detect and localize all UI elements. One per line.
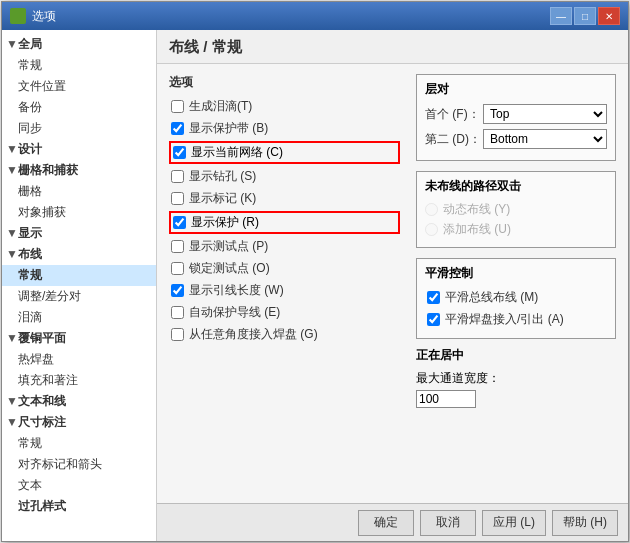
first-layer-label: 首个 (F)： xyxy=(425,106,483,123)
right-panel: 层对 首个 (F)： Top Bottom 第二 (D)： Top xyxy=(416,74,616,493)
sidebar-item-copperplane[interactable]: ▼覆铜平面 xyxy=(2,328,156,349)
inposition-section: 正在居中 最大通道宽度： xyxy=(416,347,616,408)
label-opt7: 显示测试点 (P) xyxy=(189,238,268,255)
apply-button[interactable]: 应用 (L) xyxy=(482,510,546,536)
expand-icon-design: ▼ xyxy=(6,142,16,156)
label-addwire: 添加布线 (U) xyxy=(443,221,511,238)
option-row-1: 生成泪滴(T) xyxy=(169,97,400,116)
inposition-max-input[interactable] xyxy=(416,390,476,408)
label-smooth1: 平滑总线布线 (M) xyxy=(445,289,538,306)
smooth-section: 平滑控制 平滑总线布线 (M) 平滑焊盘接入/引出 (A) xyxy=(416,258,616,339)
sidebar-item-normal[interactable]: 常规 xyxy=(2,55,156,76)
checkbox-smooth1[interactable] xyxy=(427,291,440,304)
unrouted-radio-row-1: 动态布线 (Y) xyxy=(425,201,607,218)
window-content: ▼全局 常规 文件位置 备份 同步 ▼设计 ▼栅格和捕获 栅格 xyxy=(2,30,628,541)
sidebar-item-wiring-teardrops[interactable]: 泪滴 xyxy=(2,307,156,328)
bottom-bar: 确定 取消 应用 (L) 帮助 (H) xyxy=(157,503,628,541)
option-row-4: 显示钻孔 (S) xyxy=(169,167,400,186)
checkbox-opt8[interactable] xyxy=(171,262,184,275)
checkbox-opt1[interactable] xyxy=(171,100,184,113)
label-dynamic: 动态布线 (Y) xyxy=(443,201,510,218)
radio-addwire[interactable] xyxy=(425,223,438,236)
sidebar-item-gridcapture[interactable]: ▼栅格和捕获 xyxy=(2,160,156,181)
sidebar-item-backup[interactable]: 备份 xyxy=(2,97,156,118)
smooth-row-1: 平滑总线布线 (M) xyxy=(425,288,607,307)
close-button[interactable]: ✕ xyxy=(598,7,620,25)
sidebar-item-textline[interactable]: ▼文本和线 xyxy=(2,391,156,412)
second-layer-select[interactable]: Top Bottom xyxy=(483,129,607,149)
label-opt9: 显示引线长度 (W) xyxy=(189,282,284,299)
second-layer-label: 第二 (D)： xyxy=(425,131,483,148)
left-panel: 选项 生成泪滴(T) 显示保护带 (B) 显示当前网络 (C) xyxy=(169,74,400,493)
sidebar-item-wiring[interactable]: ▼布线 xyxy=(2,244,156,265)
sidebar-item-objectcapture[interactable]: 对象捕获 xyxy=(2,202,156,223)
sidebar-item-grid[interactable]: 栅格 xyxy=(2,181,156,202)
inposition-title: 正在居中 xyxy=(416,347,616,364)
checkbox-opt10[interactable] xyxy=(171,306,184,319)
main-area: 布线 / 常规 选项 生成泪滴(T) 显示保护带 (B) xyxy=(157,30,628,541)
first-layer-select[interactable]: Top Bottom xyxy=(483,104,607,124)
app-icon xyxy=(10,8,26,24)
inposition-max-row: 最大通道宽度： xyxy=(416,370,616,408)
label-opt2: 显示保护带 (B) xyxy=(189,120,268,137)
option-row-5: 显示标记 (K) xyxy=(169,189,400,208)
expand-icon-dimmark: ▼ xyxy=(6,415,16,429)
checkbox-smooth2[interactable] xyxy=(427,313,440,326)
checkbox-opt6[interactable] xyxy=(173,216,186,229)
sidebar-item-global[interactable]: ▼全局 xyxy=(2,34,156,55)
unrouted-title: 未布线的路径双击 xyxy=(425,178,607,195)
layer-pair-title: 层对 xyxy=(425,81,607,98)
label-opt11: 从任意角度接入焊盘 (G) xyxy=(189,326,318,343)
unrouted-radio-row-2: 添加布线 (U) xyxy=(425,221,607,238)
sidebar-item-dim-align[interactable]: 对齐标记和箭头 xyxy=(2,454,156,475)
sidebar-item-dim-normal[interactable]: 常规 xyxy=(2,433,156,454)
option-row-11: 从任意角度接入焊盘 (G) xyxy=(169,325,400,344)
option-row-8: 锁定测试点 (O) xyxy=(169,259,400,278)
checkbox-opt2[interactable] xyxy=(171,122,184,135)
sidebar-item-sync[interactable]: 同步 xyxy=(2,118,156,139)
sidebar-item-wiring-normal[interactable]: 常规 xyxy=(2,265,156,286)
checkbox-opt7[interactable] xyxy=(171,240,184,253)
label-opt1: 生成泪滴(T) xyxy=(189,98,252,115)
option-row-10: 自动保护导线 (E) xyxy=(169,303,400,322)
expand-icon-gridcapture: ▼ xyxy=(6,163,16,177)
checkbox-opt4[interactable] xyxy=(171,170,184,183)
window-controls: — □ ✕ xyxy=(550,7,620,25)
restore-button[interactable]: □ xyxy=(574,7,596,25)
sidebar-item-design[interactable]: ▼设计 xyxy=(2,139,156,160)
sidebar-item-holestyle[interactable]: 过孔样式 xyxy=(2,496,156,517)
window-title: 选项 xyxy=(32,8,550,25)
expand-icon-display: ▼ xyxy=(6,226,16,240)
label-opt8: 锁定测试点 (O) xyxy=(189,260,270,277)
inposition-max-label: 最大通道宽度： xyxy=(416,371,500,385)
unrouted-section: 未布线的路径双击 动态布线 (Y) 添加布线 (U) xyxy=(416,171,616,248)
main-header-title: 布线 / 常规 xyxy=(169,38,242,55)
label-smooth2: 平滑焊盘接入/引出 (A) xyxy=(445,311,564,328)
options-section-title: 选项 xyxy=(169,74,400,91)
minimize-button[interactable]: — xyxy=(550,7,572,25)
sidebar: ▼全局 常规 文件位置 备份 同步 ▼设计 ▼栅格和捕获 栅格 xyxy=(2,30,157,541)
checkbox-opt9[interactable] xyxy=(171,284,184,297)
first-layer-row: 首个 (F)： Top Bottom xyxy=(425,104,607,124)
checkbox-opt11[interactable] xyxy=(171,328,184,341)
checkbox-opt5[interactable] xyxy=(171,192,184,205)
option-row-2: 显示保护带 (B) xyxy=(169,119,400,138)
sidebar-item-hotpad[interactable]: 热焊盘 xyxy=(2,349,156,370)
sidebar-item-display[interactable]: ▼显示 xyxy=(2,223,156,244)
main-content: 选项 生成泪滴(T) 显示保护带 (B) 显示当前网络 (C) xyxy=(157,64,628,503)
sidebar-item-dim-text[interactable]: 文本 xyxy=(2,475,156,496)
label-opt3: 显示当前网络 (C) xyxy=(191,144,283,161)
option-row-9: 显示引线长度 (W) xyxy=(169,281,400,300)
title-bar: 选项 — □ ✕ xyxy=(2,2,628,30)
sidebar-item-fillannotation[interactable]: 填充和著注 xyxy=(2,370,156,391)
sidebar-item-filelocation[interactable]: 文件位置 xyxy=(2,76,156,97)
sidebar-item-dimmark[interactable]: ▼尺寸标注 xyxy=(2,412,156,433)
cancel-button[interactable]: 取消 xyxy=(420,510,476,536)
sidebar-item-wiring-adjust[interactable]: 调整/差分对 xyxy=(2,286,156,307)
help-button[interactable]: 帮助 (H) xyxy=(552,510,618,536)
expand-icon-textline: ▼ xyxy=(6,394,16,408)
ok-button[interactable]: 确定 xyxy=(358,510,414,536)
radio-dynamic[interactable] xyxy=(425,203,438,216)
expand-icon-wiring: ▼ xyxy=(6,247,16,261)
checkbox-opt3[interactable] xyxy=(173,146,186,159)
